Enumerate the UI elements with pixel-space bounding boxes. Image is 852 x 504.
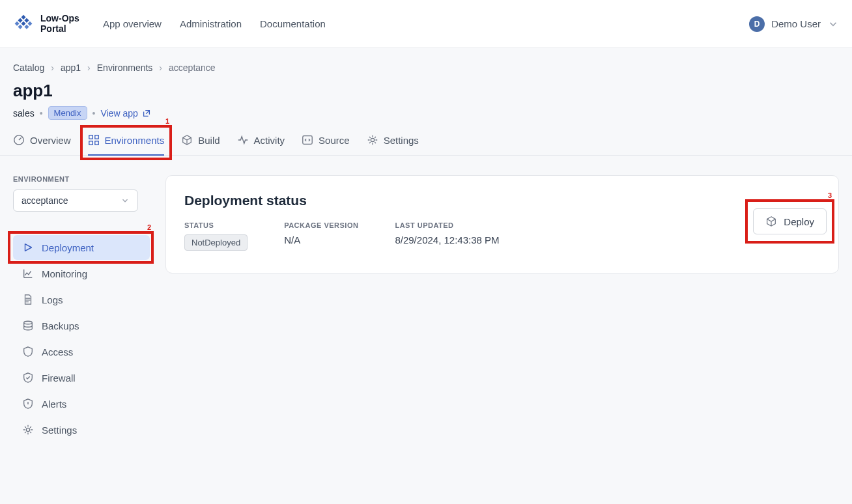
chevron-right-icon: › (159, 63, 162, 73)
breadcrumb: Catalog › app1 › Environments › acceptan… (13, 63, 839, 73)
sidebar-item-monitoring[interactable]: Monitoring (13, 261, 150, 286)
logo[interactable]: Low-Ops Portal (13, 14, 79, 35)
env-label: ENVIRONMENT (13, 175, 150, 183)
tab-row: Overview 1 Environments Build Activity S… (0, 120, 852, 156)
sidebar-item-backups[interactable]: Backups (13, 313, 150, 338)
svg-rect-3 (18, 18, 23, 22)
database-icon (22, 320, 34, 331)
user-name: Demo User (771, 18, 821, 29)
svg-rect-10 (94, 135, 98, 139)
svg-point-14 (371, 138, 374, 141)
topbar: Low-Ops Portal App overview Administrati… (0, 0, 852, 48)
sidebar-item-access[interactable]: Access (13, 339, 150, 364)
team-name: sales (13, 108, 35, 119)
svg-rect-0 (21, 14, 25, 19)
main: ENVIRONMENT acceptance 2 Deployment Moni… (0, 156, 852, 468)
chevron-right-icon: › (87, 63, 91, 73)
content: Deployment status STATUS NotDeployed PAC… (165, 175, 839, 442)
breadcrumb-item: acceptance (169, 63, 216, 73)
updated-label: LAST UPDATED (395, 221, 499, 229)
svg-rect-5 (24, 24, 29, 29)
tab-source[interactable]: Source (302, 134, 350, 155)
nav-documentation[interactable]: Documentation (260, 18, 326, 29)
sidebar-item-firewall[interactable]: Firewall (13, 365, 150, 390)
page-head: Catalog › app1 › Environments › acceptan… (0, 48, 852, 120)
chevron-down-icon (121, 196, 130, 205)
breadcrumb-item[interactable]: Environments (97, 63, 153, 73)
avatar: D (749, 16, 765, 32)
svg-rect-12 (94, 141, 98, 145)
card-title: Deployment status (184, 193, 820, 208)
activity-icon (237, 134, 249, 146)
svg-rect-9 (89, 135, 92, 139)
subline: sales • Mendix • View app (13, 106, 839, 120)
view-app-link[interactable]: View app (100, 108, 150, 119)
tab-build[interactable]: Build (181, 134, 220, 155)
top-nav: App overview Administration Documentatio… (103, 18, 326, 29)
svg-rect-13 (303, 136, 312, 145)
cube-icon (765, 216, 777, 227)
nav-app-overview[interactable]: App overview (103, 18, 162, 29)
breadcrumb-item[interactable]: app1 (61, 63, 81, 73)
pkg-value: N/A (284, 234, 358, 245)
tab-environments[interactable]: Environments (88, 134, 165, 155)
svg-rect-2 (27, 21, 32, 25)
tab-overview[interactable]: Overview (13, 134, 71, 155)
svg-point-16 (26, 428, 29, 431)
shield-check-icon (22, 372, 34, 384)
env-select[interactable]: acceptance (13, 189, 138, 212)
svg-rect-11 (89, 141, 92, 145)
svg-rect-4 (21, 21, 25, 25)
chevron-right-icon: › (51, 63, 54, 73)
svg-rect-7 (18, 24, 23, 29)
code-icon (302, 134, 313, 146)
play-icon (22, 242, 34, 253)
document-icon (22, 294, 34, 305)
svg-rect-6 (15, 21, 20, 25)
logo-text: Low-Ops Portal (40, 14, 79, 34)
deploy-button[interactable]: Deploy (753, 208, 827, 234)
side-nav: 2 Deployment Monitoring Logs Backups (13, 235, 150, 442)
pkg-label: PACKAGE VERSION (284, 221, 358, 229)
sidebar-item-settings[interactable]: Settings (13, 417, 150, 442)
deployment-status-card: Deployment status STATUS NotDeployed PAC… (165, 175, 839, 273)
sidebar-item-logs[interactable]: Logs (13, 287, 150, 312)
tab-settings[interactable]: Settings (367, 134, 419, 155)
cube-icon (181, 134, 193, 146)
chart-line-icon (22, 268, 34, 279)
breadcrumb-item[interactable]: Catalog (13, 63, 44, 73)
updated-value: 8/29/2024, 12:43:38 PM (395, 234, 499, 245)
svg-point-15 (24, 321, 33, 324)
sidebar: ENVIRONMENT acceptance 2 Deployment Moni… (13, 175, 150, 442)
speedometer-icon (13, 134, 25, 146)
status-label: STATUS (184, 221, 248, 229)
external-link-icon (142, 109, 151, 118)
nav-administration[interactable]: Administration (180, 18, 242, 29)
sidebar-item-deployment[interactable]: Deployment (13, 235, 150, 260)
tab-activity[interactable]: Activity (237, 134, 285, 155)
grid-icon (88, 134, 100, 146)
gear-icon (367, 134, 378, 146)
tech-badge: Mendix (48, 106, 87, 120)
page-title: app1 (13, 81, 839, 101)
chevron-down-icon (827, 18, 839, 30)
shield-icon (22, 346, 34, 357)
svg-rect-1 (24, 18, 29, 22)
logo-icon (13, 14, 34, 35)
shield-alert-icon (22, 398, 34, 410)
gear-icon (22, 424, 34, 436)
user-menu[interactable]: D Demo User (749, 16, 839, 32)
status-badge: NotDeployed (184, 234, 248, 251)
sidebar-item-alerts[interactable]: Alerts (13, 391, 150, 416)
